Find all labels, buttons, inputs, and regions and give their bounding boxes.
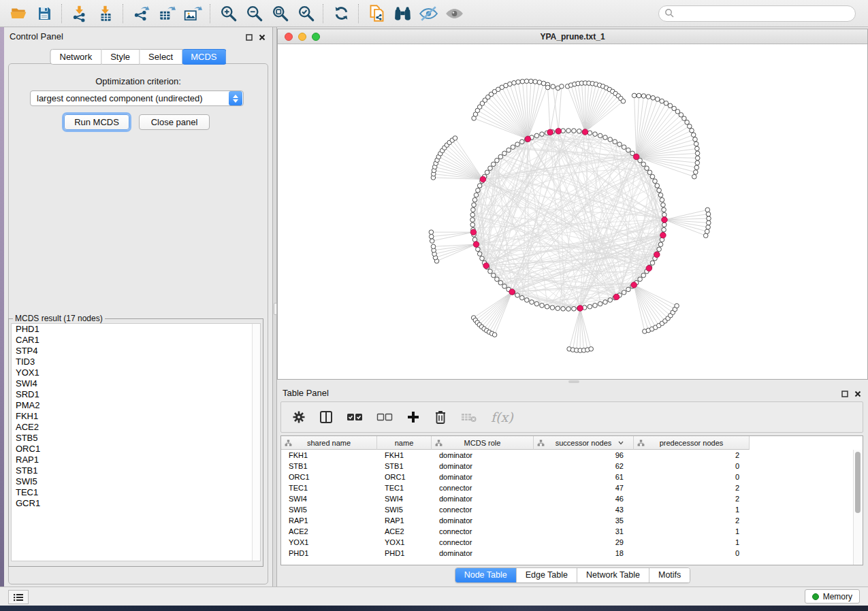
close-panel-icon[interactable] xyxy=(259,31,266,44)
result-node-item[interactable]: STB1 xyxy=(12,465,260,476)
table-settings-gear-icon[interactable] xyxy=(292,410,306,424)
result-node-item[interactable]: SWI4 xyxy=(12,378,260,389)
save-session-icon[interactable] xyxy=(31,2,57,25)
task-history-icon[interactable] xyxy=(8,590,29,604)
cell-successor-nodes[interactable]: 96 xyxy=(534,451,634,459)
result-list-scrollbar[interactable] xyxy=(252,324,260,561)
result-node-item[interactable]: STB5 xyxy=(12,433,260,444)
table-row[interactable]: FKH1FKH1dominator962 xyxy=(281,450,854,461)
cell-name[interactable]: RAP1 xyxy=(377,516,432,525)
table-row[interactable]: RAP1RAP1dominator352 xyxy=(281,515,854,526)
cell-name[interactable]: SWI5 xyxy=(377,506,432,514)
cell-MCDS-role[interactable]: connector xyxy=(432,527,534,535)
result-node-item[interactable]: ORC1 xyxy=(12,444,260,455)
result-node-item[interactable]: SWI5 xyxy=(12,476,260,487)
table-row[interactable]: PHD1PHD1dominator180 xyxy=(281,548,854,559)
result-node-item[interactable]: TEC1 xyxy=(12,487,260,498)
import-table-icon[interactable] xyxy=(93,2,118,25)
cell-predecessor-nodes[interactable]: 2 xyxy=(634,451,750,459)
result-node-item[interactable]: GCR1 xyxy=(12,498,260,509)
table-row[interactable]: TEC1TEC1connector472 xyxy=(281,482,854,493)
close-panel-icon[interactable] xyxy=(854,388,861,400)
table-row[interactable]: ORC1ORC1dominator610 xyxy=(281,472,854,482)
hide-selected-icon[interactable] xyxy=(415,2,441,25)
cell-predecessor-nodes[interactable]: 0 xyxy=(634,549,750,557)
column-header-MCDS-role[interactable]: MCDS role xyxy=(432,436,534,450)
zoom-in-icon[interactable] xyxy=(215,2,241,25)
column-header-successor-nodes[interactable]: successor nodes xyxy=(534,436,634,450)
search-binoculars-icon[interactable] xyxy=(389,2,415,25)
horizontal-splitter-handle[interactable] xyxy=(568,380,579,383)
cell-MCDS-role[interactable]: connector xyxy=(432,506,534,514)
column-header-shared-name[interactable]: shared name xyxy=(281,436,377,450)
result-node-item[interactable]: RAP1 xyxy=(12,455,260,465)
result-node-item[interactable]: SRD1 xyxy=(12,389,260,400)
close-panel-button[interactable]: Close panel xyxy=(139,114,210,130)
zoom-out-icon[interactable] xyxy=(241,2,267,25)
cell-successor-nodes[interactable]: 35 xyxy=(534,516,634,525)
tab-network-table[interactable]: Network Table xyxy=(577,568,649,582)
memory-button[interactable]: Memory xyxy=(805,589,860,604)
cell-predecessor-nodes[interactable]: 1 xyxy=(634,527,750,535)
cell-MCDS-role[interactable]: dominator xyxy=(432,451,534,459)
vertical-splitter[interactable] xyxy=(272,27,277,587)
tab-select[interactable]: Select xyxy=(140,49,182,65)
result-node-item[interactable]: ACE2 xyxy=(12,422,260,433)
cell-name[interactable]: PHD1 xyxy=(377,549,432,557)
delete-column-icon[interactable] xyxy=(434,410,447,425)
cell-successor-nodes[interactable]: 61 xyxy=(534,473,634,481)
cell-MCDS-role[interactable]: connector xyxy=(432,538,534,546)
cell-name[interactable]: TEC1 xyxy=(377,484,432,492)
cell-shared-name[interactable]: TEC1 xyxy=(281,484,377,492)
cell-name[interactable]: SWI4 xyxy=(377,495,432,503)
deselect-all-columns-icon[interactable] xyxy=(376,412,393,422)
open-file-icon[interactable] xyxy=(5,2,31,25)
tab-style[interactable]: Style xyxy=(101,49,140,65)
export-table-icon[interactable] xyxy=(154,2,180,25)
result-node-item[interactable]: FKH1 xyxy=(12,411,260,422)
cell-successor-nodes[interactable]: 29 xyxy=(534,538,634,546)
table-row[interactable]: SWI5SWI5connector431 xyxy=(281,504,854,515)
export-network-icon[interactable] xyxy=(128,2,154,25)
refresh-layout-icon[interactable] xyxy=(328,2,354,25)
network-titlebar[interactable]: YPA_prune.txt_1 xyxy=(278,29,867,44)
cell-MCDS-role[interactable]: dominator xyxy=(432,549,534,557)
tab-network[interactable]: Network xyxy=(50,49,101,65)
cell-MCDS-role[interactable]: dominator xyxy=(432,473,534,481)
show-column-panel-icon[interactable] xyxy=(319,410,333,424)
mcds-result-list[interactable]: PHD1CAR1STP4TID3YOX1SWI4SRD1PMA2FKH1ACE2… xyxy=(11,323,261,561)
clone-network-icon[interactable] xyxy=(364,2,389,25)
table-scrollbar[interactable] xyxy=(853,450,863,565)
result-node-item[interactable]: TID3 xyxy=(12,357,260,367)
table-row[interactable]: SWI4SWI4dominator462 xyxy=(281,493,854,504)
table-row[interactable]: ACE2ACE2connector311 xyxy=(281,526,854,537)
result-node-item[interactable]: YOX1 xyxy=(12,367,260,378)
cell-successor-nodes[interactable]: 47 xyxy=(534,484,634,492)
tab-node-table[interactable]: Node Table xyxy=(455,568,517,582)
result-node-item[interactable]: STP4 xyxy=(12,346,260,357)
column-header-predecessor-nodes[interactable]: predecessor nodes xyxy=(634,436,750,450)
cell-predecessor-nodes[interactable]: 2 xyxy=(634,495,750,503)
cell-name[interactable]: ACE2 xyxy=(377,527,432,535)
node-table[interactable]: shared namenameMCDS rolesuccessor nodesp… xyxy=(280,435,863,565)
cell-MCDS-role[interactable]: dominator xyxy=(432,495,534,503)
cell-successor-nodes[interactable]: 18 xyxy=(534,549,634,557)
cell-shared-name[interactable]: SWI5 xyxy=(281,506,377,514)
cell-shared-name[interactable]: YOX1 xyxy=(281,538,377,546)
cell-successor-nodes[interactable]: 46 xyxy=(534,495,634,503)
cell-predecessor-nodes[interactable]: 2 xyxy=(634,516,750,525)
column-header-name[interactable]: name xyxy=(377,436,432,450)
table-scrollbar-thumb[interactable] xyxy=(855,452,861,513)
optimization-criterion-dropdown[interactable]: largest connected component (undirected) xyxy=(30,90,244,106)
table-row[interactable]: STB1STB1dominator620 xyxy=(281,461,854,472)
add-column-icon[interactable] xyxy=(406,410,420,424)
result-node-item[interactable]: PMA2 xyxy=(12,400,260,411)
float-window-icon[interactable] xyxy=(841,388,848,400)
show-all-icon[interactable] xyxy=(441,2,467,25)
table-row[interactable]: YOX1YOX1connector291 xyxy=(281,537,854,548)
search-input[interactable] xyxy=(658,5,856,22)
import-network-icon[interactable] xyxy=(67,2,93,25)
tab-mcds[interactable]: MCDS xyxy=(182,49,226,65)
cell-predecessor-nodes[interactable]: 1 xyxy=(634,506,750,514)
cell-shared-name[interactable]: ORC1 xyxy=(281,473,377,481)
